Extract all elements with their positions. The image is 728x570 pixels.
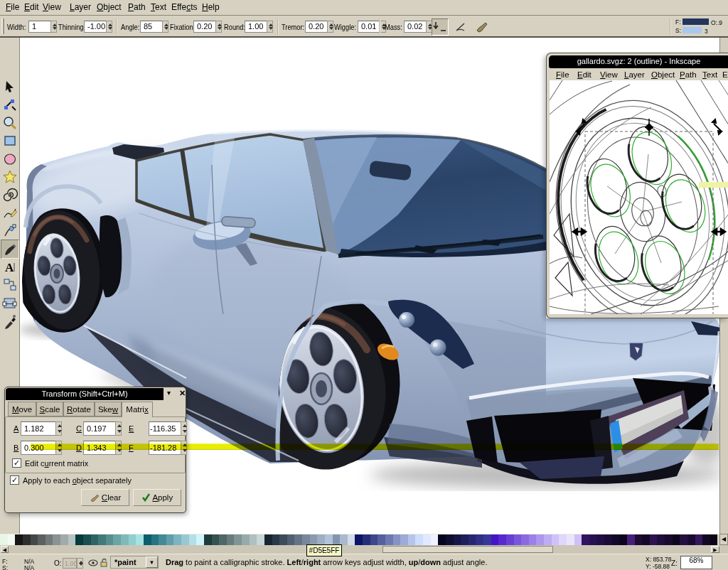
svg-text:A: A bbox=[5, 261, 14, 274]
